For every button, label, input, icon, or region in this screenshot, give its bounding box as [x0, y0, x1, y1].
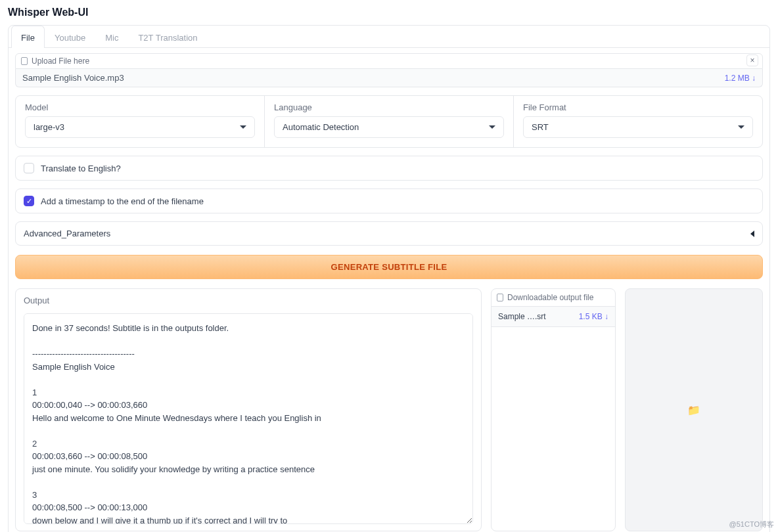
tabs: File Youtube Mic T2T Translation [9, 26, 769, 48]
collapse-icon [750, 231, 754, 237]
download-label: Downloadable output file [507, 293, 593, 302]
download-filename: Sample ….srt [498, 312, 546, 321]
tab-youtube[interactable]: Youtube [45, 26, 95, 48]
tab-mic[interactable]: Mic [95, 26, 128, 48]
download-panel: Downloadable output file Sample ….srt 1.… [491, 288, 616, 531]
model-select[interactable]: large-v3 [25, 116, 255, 138]
output-label: Output [24, 296, 473, 305]
watermark: @51CTO博客 [729, 520, 774, 529]
advanced-label: Advanced_Parameters [24, 229, 110, 238]
output-panel: Output [15, 288, 482, 531]
uploaded-filename: Sample English Voice.mp3 [22, 73, 124, 83]
chevron-down-icon [240, 125, 246, 129]
language-select[interactable]: Automatic Detection [274, 116, 504, 138]
options-row: Model large-v3 Language Automatic Detect… [15, 95, 763, 148]
upload-label: Upload File here [32, 56, 89, 66]
preview-panel[interactable]: 📁 [625, 288, 763, 531]
format-value: SRT [532, 122, 549, 132]
chevron-down-icon [489, 125, 495, 129]
uploaded-filesize[interactable]: 1.2 MB ↓ [725, 74, 756, 83]
file-icon [497, 294, 503, 301]
download-file-row[interactable]: Sample ….srt 1.5 KB ↓ [492, 307, 615, 327]
format-label: File Format [523, 102, 753, 112]
advanced-parameters-accordion[interactable]: Advanced_Parameters [15, 221, 763, 246]
format-select[interactable]: SRT [523, 116, 753, 138]
translate-label: Translate to English? [41, 164, 121, 173]
uploaded-file-row: Sample English Voice.mp3 1.2 MB ↓ × [15, 69, 763, 87]
translate-checkbox[interactable] [24, 163, 34, 173]
output-text[interactable] [24, 313, 473, 524]
translate-panel: Translate to English? [15, 156, 763, 181]
generate-button[interactable]: GENERATE SUBTITLE FILE [15, 255, 763, 279]
timestamp-panel: ✓ Add a timestamp to the end of the file… [15, 188, 763, 213]
tab-file[interactable]: File [11, 26, 45, 48]
page-title: Whisper Web-UI [8, 7, 770, 18]
folder-icon: 📁 [687, 404, 700, 416]
main-panel: File Youtube Mic T2T Translation Upload … [8, 25, 770, 532]
model-label: Model [25, 102, 255, 112]
language-value: Automatic Detection [283, 122, 359, 132]
timestamp-checkbox[interactable]: ✓ [24, 196, 34, 206]
timestamp-label: Add a timestamp to the end of the filena… [41, 196, 204, 206]
chevron-down-icon [738, 125, 744, 129]
model-value: large-v3 [34, 122, 64, 132]
download-filesize: 1.5 KB ↓ [579, 312, 608, 321]
upload-area[interactable]: Upload File here [15, 53, 763, 69]
language-label: Language [274, 102, 504, 112]
file-icon [21, 57, 28, 65]
remove-file-button[interactable]: × [746, 55, 758, 66]
tab-t2t[interactable]: T2T Translation [128, 26, 207, 48]
